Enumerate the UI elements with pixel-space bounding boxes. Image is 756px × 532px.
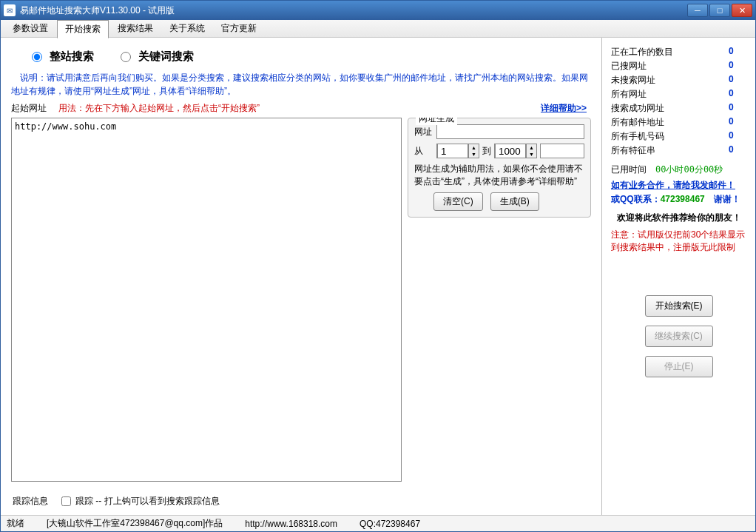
tab-results[interactable]: 搜索结果 xyxy=(110,20,161,37)
gen-url-label: 网址 xyxy=(414,126,433,138)
radio-keyword-input[interactable] xyxy=(121,52,131,62)
generate-button[interactable]: 生成(B) xyxy=(490,192,539,211)
tab-bar: 参数设置 开始搜索 搜索结果 关于系统 官方更新 xyxy=(1,20,755,38)
track-checkbox[interactable] xyxy=(61,496,71,506)
elapsed-value: 00小时00分00秒 xyxy=(655,164,723,175)
clear-button[interactable]: 清空(C) xyxy=(433,192,483,211)
app-window: ✉ 易邮件地址搜索大师V11.30.00 - 试用版 ─ □ ✕ 参数设置 开始… xyxy=(0,0,756,532)
track-checkbox-label[interactable]: 跟踪 -- 打上钩可以看到搜索跟踪信息 xyxy=(61,495,220,508)
start-search-button[interactable]: 开始搜索(E) xyxy=(645,295,713,317)
start-url-textarea[interactable] xyxy=(11,118,402,482)
qq-prefix: 或QQ联系： xyxy=(611,194,661,204)
qq-row: 或QQ联系：472398467 谢谢！ xyxy=(607,192,751,207)
gen-from-label: 从 xyxy=(414,145,433,158)
stat-label: 所有手机号码 xyxy=(611,130,664,143)
close-button[interactable]: ✕ xyxy=(732,4,752,17)
search-mode-radios: 整站搜索 关键词搜索 xyxy=(11,45,591,71)
stat-label: 所有特征串 xyxy=(611,144,655,157)
status-bar: 就绪 [大镜山软件工作室472398467@qq.com]作品 http://w… xyxy=(1,515,755,531)
tab-about[interactable]: 关于系统 xyxy=(162,20,212,37)
gen-to-spinner[interactable]: ▲▼ xyxy=(494,144,537,158)
spin-down-icon[interactable]: ▼ xyxy=(469,151,479,158)
spin-up-icon[interactable]: ▲ xyxy=(527,144,536,151)
minimize-button[interactable]: ─ xyxy=(687,4,708,17)
stat-label: 所有邮件地址 xyxy=(611,116,664,129)
stat-value: 0 xyxy=(729,102,746,115)
radio-keyword[interactable]: 关键词搜索 xyxy=(121,50,194,64)
spin-down-icon[interactable]: ▼ xyxy=(527,151,536,158)
detail-help-link[interactable]: 详细帮助>> xyxy=(541,102,587,115)
stat-value: 0 xyxy=(729,88,746,101)
gen-note: 网址生成为辅助用法，如果你不会使用请不要点击“生成”，具体使用请参考“详细帮助” xyxy=(414,163,584,188)
stat-value: 0 xyxy=(729,130,746,143)
maximize-button[interactable]: □ xyxy=(709,4,730,17)
gen-to-label: 到 xyxy=(482,145,491,158)
cooperate-link[interactable]: 如有业务合作，请给我发邮件！ xyxy=(607,179,751,192)
qq-thanks: 谢谢！ xyxy=(705,194,740,204)
left-panel: 整站搜索 关键词搜索 说明：请试用满意后再向我们购买。如果是分类搜索，建议搜索相… xyxy=(1,38,601,515)
stat-label: 已搜网址 xyxy=(611,60,647,73)
elapsed-label: 已用时间 xyxy=(611,164,647,175)
stat-label: 正在工作的数目 xyxy=(611,46,673,58)
trial-warning: 注意：试用版仅把前30个结果显示到搜索结果中，注册版无此限制 xyxy=(607,229,751,254)
qq-number: 472398467 xyxy=(661,194,705,204)
stat-value: 0 xyxy=(729,60,746,73)
usage-hint: 用法：先在下方输入起始网址，然后点击“开始搜索” xyxy=(58,102,541,115)
content-area: 整站搜索 关键词搜索 说明：请试用满意后再向我们购买。如果是分类搜索，建议搜索相… xyxy=(1,38,755,515)
gen-url-input[interactable] xyxy=(436,124,584,139)
recommend-text: 欢迎将此软件推荐给你的朋友！ xyxy=(607,207,751,229)
gen-suffix-input[interactable] xyxy=(540,144,584,158)
url-generator-legend: 网址生成 xyxy=(416,118,457,125)
right-panel: 正在工作的数目0 已搜网址0 未搜索网址0 所有网址0 搜索成功网址0 所有邮件… xyxy=(601,38,755,515)
status-url: http://www.168318.com xyxy=(245,519,337,529)
app-icon: ✉ xyxy=(4,4,16,16)
description-text: 说明：请试用满意后再向我们购买。如果是分类搜索，建议搜索相应分类的网站，如你要收… xyxy=(11,71,591,98)
track-label: 跟踪信息 xyxy=(13,495,48,508)
elapsed-time-row: 已用时间 00小时00分00秒 xyxy=(607,158,751,179)
stat-label: 所有网址 xyxy=(611,88,647,101)
track-row: 跟踪信息 跟踪 -- 打上钩可以看到搜索跟踪信息 xyxy=(11,488,591,515)
stat-label: 搜索成功网址 xyxy=(611,102,664,115)
radio-full-site[interactable]: 整站搜索 xyxy=(32,50,94,64)
spin-up-icon[interactable]: ▲ xyxy=(469,144,479,151)
status-credit: [大镜山软件工作室472398467@qq.com]作品 xyxy=(47,517,223,530)
stat-value: 0 xyxy=(729,46,746,58)
usage-row: 起始网址 用法：先在下方输入起始网址，然后点击“开始搜索” 详细帮助>> xyxy=(11,102,591,115)
start-url-label: 起始网址 xyxy=(11,102,47,115)
radio-full-site-input[interactable] xyxy=(32,52,42,62)
action-buttons: 开始搜索(E) 继续搜索(C) 停止(E) xyxy=(607,295,751,377)
tab-start-search[interactable]: 开始搜索 xyxy=(57,20,109,38)
gen-to-input[interactable] xyxy=(495,144,526,158)
continue-search-button[interactable]: 继续搜索(C) xyxy=(645,326,713,347)
gen-from-input[interactable] xyxy=(437,144,468,158)
gen-from-spinner[interactable]: ▲▼ xyxy=(436,144,479,158)
stat-label: 未搜索网址 xyxy=(611,74,655,87)
stat-value: 0 xyxy=(729,116,746,129)
tab-update[interactable]: 官方更新 xyxy=(214,20,264,37)
stat-value: 0 xyxy=(729,144,746,157)
status-ready: 就绪 xyxy=(7,517,24,530)
window-controls: ─ □ ✕ xyxy=(687,4,752,17)
stop-button[interactable]: 停止(E) xyxy=(645,356,713,377)
main-row: 网址生成 网址 从 ▲▼ 到 ▲▼ xyxy=(11,118,591,482)
stat-value: 0 xyxy=(729,74,746,87)
window-title: 易邮件地址搜索大师V11.30.00 - 试用版 xyxy=(20,4,687,17)
status-qq: QQ:472398467 xyxy=(360,519,420,529)
tab-params[interactable]: 参数设置 xyxy=(5,20,55,37)
titlebar: ✉ 易邮件地址搜索大师V11.30.00 - 试用版 ─ □ ✕ xyxy=(1,1,755,20)
url-generator-group: 网址生成 网址 从 ▲▼ 到 ▲▼ xyxy=(408,118,591,218)
